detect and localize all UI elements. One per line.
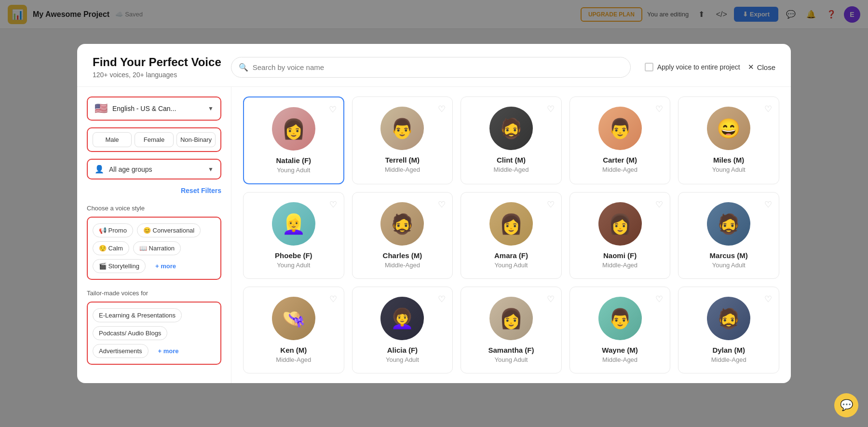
favorite-dylan-button[interactable]: ♡	[764, 294, 772, 304]
favorite-phoebe-button[interactable]: ♡	[329, 199, 337, 210]
favorite-miles-button[interactable]: ♡	[764, 104, 772, 114]
modal-title-block: Find Your Perfect Voice 120+ voices, 20+…	[93, 55, 221, 79]
voice-name-natalie: Natalie (F)	[276, 156, 312, 165]
voice-card-miles[interactable]: ♡ 😄 Miles (M) Young Adult	[678, 96, 779, 184]
style-calm-btn[interactable]: 😌 Calm	[93, 241, 129, 255]
voice-age-samantha: Young Adult	[495, 356, 528, 363]
favorite-marcus-button[interactable]: ♡	[764, 199, 772, 210]
language-chevron-icon: ▼	[208, 105, 214, 112]
age-group-label: All age groups	[109, 165, 203, 173]
favorite-charles-button[interactable]: ♡	[438, 199, 446, 210]
style-conversational-btn[interactable]: 😊 Conversational	[137, 223, 201, 237]
voice-age-terrell: Middle-Aged	[385, 166, 420, 173]
voice-name-terrell: Terrell (M)	[385, 156, 420, 164]
style-more-button[interactable]: + more	[149, 259, 182, 273]
search-icon: 🔍	[239, 63, 248, 72]
apply-voice-checkbox[interactable]	[645, 63, 653, 71]
voice-picker-modal: Find Your Perfect Voice 120+ voices, 20+…	[77, 44, 791, 383]
voice-age-dylan: Middle-Aged	[711, 356, 746, 363]
voice-card-amara[interactable]: ♡ 👩 Amara (F) Young Adult	[461, 192, 562, 279]
close-button[interactable]: ✕ Close	[748, 63, 775, 71]
voice-name-amara: Amara (F)	[494, 251, 528, 260]
voice-age-marcus: Young Adult	[712, 262, 746, 269]
voice-age-phoebe: Young Adult	[277, 262, 310, 269]
tailor-podcasts-btn[interactable]: Podcasts/ Audio Blogs	[93, 326, 167, 340]
voice-name-ken: Ken (M)	[280, 346, 307, 354]
voice-card-charles[interactable]: ♡ 🧔 Charles (M) Middle-Aged	[352, 192, 453, 279]
gender-nonbinary-button[interactable]: Non-Binary	[176, 132, 216, 147]
voice-card-naomi[interactable]: ♡ 👩 Naomi (F) Middle-Aged	[570, 192, 671, 279]
voice-card-wayne[interactable]: ♡ 👨 Wayne (M) Middle-Aged	[570, 287, 671, 373]
favorite-alicia-button[interactable]: ♡	[438, 294, 446, 304]
voice-age-amara: Young Adult	[495, 262, 528, 269]
modal-subtitle: 120+ voices, 20+ languages	[93, 71, 221, 79]
voice-name-clint: Clint (M)	[497, 156, 526, 164]
voice-avatar-carter: 👨	[598, 107, 642, 150]
style-narration-btn[interactable]: 📖 Narration	[133, 241, 181, 255]
apply-voice-label[interactable]: Apply voice to entire project	[645, 63, 740, 71]
voice-style-section-label: Choose a voice style	[87, 205, 221, 212]
voice-age-wayne: Middle-Aged	[602, 356, 637, 363]
voice-avatar-naomi: 👩	[598, 202, 642, 246]
voice-avatar-natalie: 👩	[272, 107, 315, 151]
voice-avatar-clint: 🧔	[489, 107, 533, 150]
voice-name-naomi: Naomi (F)	[603, 251, 637, 260]
favorite-clint-button[interactable]: ♡	[547, 104, 555, 114]
voice-card-ken[interactable]: ♡ 👒 Ken (M) Middle-Aged	[243, 287, 344, 373]
chat-bubble-button[interactable]: 💬	[834, 393, 858, 417]
voice-filter-sidebar: 🇺🇸 English - US & Can... ▼ Male Female N…	[77, 87, 231, 383]
language-flag: 🇺🇸	[95, 102, 108, 115]
style-promo-btn[interactable]: 📢 Promo	[93, 223, 133, 237]
favorite-samantha-button[interactable]: ♡	[547, 294, 555, 304]
voice-search-input[interactable]	[231, 57, 631, 78]
voice-name-phoebe: Phoebe (F)	[275, 251, 312, 260]
style-storytelling-btn[interactable]: 🎬 Storytelling	[93, 259, 146, 273]
modal-header: Find Your Perfect Voice 120+ voices, 20+…	[77, 44, 791, 87]
favorite-naomi-button[interactable]: ♡	[655, 199, 663, 210]
age-group-selector[interactable]: 👤 All age groups ▼	[87, 159, 221, 179]
voice-avatar-dylan: 🧔	[707, 297, 750, 340]
voice-avatar-ken: 👒	[272, 297, 315, 340]
voice-card-natalie[interactable]: ♡ 👩 Natalie (F) Young Adult	[243, 96, 344, 184]
tailor-tag-group: E-Learning & Presentations Podcasts/ Aud…	[87, 302, 221, 365]
voice-age-carter: Middle-Aged	[602, 166, 637, 173]
reset-filters-container: Reset Filters	[87, 186, 221, 195]
favorite-amara-button[interactable]: ♡	[547, 199, 555, 210]
voice-card-clint[interactable]: ♡ 🧔 Clint (M) Middle-Aged	[461, 96, 562, 184]
voice-card-phoebe[interactable]: ♡ 👱‍♀️ Phoebe (F) Young Adult	[243, 192, 344, 279]
favorite-terrell-button[interactable]: ♡	[438, 104, 446, 114]
voice-avatar-alicia: 👩‍🦱	[380, 297, 424, 340]
modal-overlay: Find Your Perfect Voice 120+ voices, 20+…	[0, 0, 868, 427]
close-icon: ✕	[748, 63, 754, 71]
voice-avatar-amara: 👩	[489, 202, 533, 246]
favorite-natalie-button[interactable]: ♡	[329, 104, 337, 115]
favorite-carter-button[interactable]: ♡	[655, 104, 663, 114]
voice-age-ken: Middle-Aged	[276, 356, 311, 363]
voice-age-charles: Middle-Aged	[385, 262, 420, 269]
voice-name-wayne: Wayne (M)	[602, 346, 637, 354]
voice-card-terrell[interactable]: ♡ 👨 Terrell (M) Middle-Aged	[352, 96, 453, 184]
reset-filters-link[interactable]: Reset Filters	[181, 187, 221, 194]
voice-name-miles: Miles (M)	[713, 156, 744, 164]
favorite-wayne-button[interactable]: ♡	[655, 294, 663, 304]
voice-search-container: 🔍	[231, 57, 631, 78]
voice-card-marcus[interactable]: ♡ 🧔 Marcus (M) Young Adult	[678, 192, 779, 279]
voice-card-carter[interactable]: ♡ 👨 Carter (M) Middle-Aged	[570, 96, 671, 184]
voice-avatar-samantha: 👩	[489, 297, 533, 340]
tailor-ads-btn[interactable]: Advertisements	[93, 344, 149, 358]
voice-card-samantha[interactable]: ♡ 👩 Samantha (F) Young Adult	[461, 287, 562, 373]
tailor-elearning-btn[interactable]: E-Learning & Presentations	[93, 308, 182, 322]
voice-name-samantha: Samantha (F)	[488, 346, 534, 354]
tailor-section-label: Tailor-made voices for	[87, 289, 221, 297]
gender-female-button[interactable]: Female	[135, 132, 174, 147]
voice-card-dylan[interactable]: ♡ 🧔 Dylan (M) Middle-Aged	[678, 287, 779, 373]
language-selector[interactable]: 🇺🇸 English - US & Can... ▼	[87, 96, 221, 121]
voice-style-tags: 📢 Promo 😊 Conversational 😌 Calm 📖 Narrat…	[87, 217, 221, 280]
voice-card-alicia[interactable]: ♡ 👩‍🦱 Alicia (F) Young Adult	[352, 287, 453, 373]
gender-male-button[interactable]: Male	[93, 132, 132, 147]
favorite-ken-button[interactable]: ♡	[329, 294, 337, 304]
modal-header-actions: Apply voice to entire project ✕ Close	[640, 63, 775, 71]
tailor-more-button[interactable]: + more	[152, 344, 185, 358]
modal-body: 🇺🇸 English - US & Can... ▼ Male Female N…	[77, 87, 791, 383]
voice-avatar-phoebe: 👱‍♀️	[272, 202, 315, 246]
